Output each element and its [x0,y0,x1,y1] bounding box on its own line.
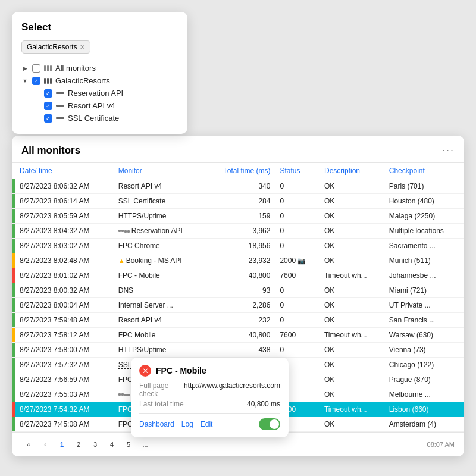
page-5-button[interactable]: 5 [121,437,136,452]
checkbox-all-monitors[interactable] [32,64,40,73]
table-row[interactable]: 8/27/2023 8:00:32 AMDNS930OKMiami (721) [12,283,464,298]
cell-datetime: 8/27/2023 8:06:32 AM [15,179,114,194]
table-row[interactable]: 8/27/2023 8:05:59 AMHTTPS/Uptime1590OKMa… [12,209,464,224]
cell-totaltime: 340 [205,179,275,194]
tree-item-galactic-resorts: ▼ GalacticResorts [21,74,178,87]
cell-monitor[interactable]: Resort API v4 [114,179,205,194]
cell-totaltime: 18,956 [205,239,275,253]
first-page-button[interactable]: « [21,437,36,452]
table-row[interactable]: 8/27/2023 7:59:48 AMResort API v42320OKS… [12,313,464,328]
table-row[interactable]: 8/27/2023 8:06:32 AMResort API v43400OKP… [12,179,464,194]
cell-status: 0 [275,313,320,328]
checkbox-resort-api-v4[interactable] [44,102,52,110]
cell-datetime: 8/27/2023 8:00:32 AM [15,283,114,298]
timestamp: 08:07 AM [427,441,455,448]
cell-description: Timeout wh... [320,268,384,283]
cell-monitor[interactable]: Internal Server ... [114,298,205,313]
more-options-button[interactable]: ··· [442,144,455,156]
cell-status: 0 [275,239,320,253]
cell-description: OK [320,313,384,328]
tree-toggle-galactic-resorts[interactable]: ▼ [21,77,29,84]
tooltip-value-time: 40,800 ms [247,400,280,408]
tree-item-ssl-certificate: SSL Certificate [44,112,178,124]
cell-monitor[interactable]: HTTPS/Uptime [114,343,205,358]
tree-item-resort-api-v4: Resort API v4 [44,99,178,112]
cell-checkpoint: Multiple locations [384,224,464,239]
cell-datetime: 8/27/2023 7:58:12 AM [15,328,114,343]
cell-monitor[interactable]: HTTPS/Uptime [114,209,205,224]
cell-status: 0 [275,209,320,224]
table-row[interactable]: 8/27/2023 7:58:00 AMHTTPS/Uptime4380OKVi… [12,343,464,358]
cell-description: OK [320,209,384,224]
cell-checkpoint: Melbourne ... [384,387,464,402]
cell-totaltime: 438 [205,343,275,358]
label-all-monitors: All monitors [55,64,96,73]
table-row[interactable]: 8/27/2023 8:03:02 AMFPC Chrome18,9560OKS… [12,239,464,253]
monitor-icon-galactic-resorts [44,78,52,84]
tooltip-error-icon: ✕ [139,365,151,377]
col-totaltime: Total time (ms) [205,163,275,179]
cell-monitor[interactable]: FPC Mobile [114,328,205,343]
cell-description: OK [320,358,384,372]
prev-page-button[interactable]: ‹ [38,437,52,452]
dash-icon-ssl-certificate [56,117,64,119]
cell-description: OK [320,283,384,298]
table-row[interactable]: 8/27/2023 8:04:32 AMReservation API3,962… [12,224,464,239]
checkbox-ssl-certificate[interactable] [44,114,52,123]
page-4-button[interactable]: 4 [105,437,119,452]
cell-checkpoint: Warsaw (630) [384,328,464,343]
cell-monitor[interactable]: FPC Chrome [114,239,205,253]
cell-description: OK [320,387,384,402]
cell-status: 7600 [275,328,320,343]
cell-monitor[interactable]: ▲Booking - MS API [114,253,205,268]
tree-item-reservation-api: Reservation API [44,87,178,99]
checkbox-reservation-api[interactable] [44,89,52,98]
log-link[interactable]: Log [181,420,193,428]
table-row[interactable]: 8/27/2023 8:00:04 AMInternal Server ...2… [12,298,464,313]
cell-description: Timeout wh... [320,328,384,343]
cell-status: 0 [275,283,320,298]
cell-totaltime: 93 [205,283,275,298]
tooltip-divider [139,413,280,414]
cell-datetime: 8/27/2023 8:01:02 AM [15,268,114,283]
col-description: Description [320,163,384,179]
edit-link[interactable]: Edit [201,420,213,428]
dashboard-link[interactable]: Dashboard [139,420,174,428]
cell-datetime: 8/27/2023 8:06:14 AM [15,194,114,209]
cell-monitor[interactable]: Resort API v4 [114,313,205,328]
cell-description: OK [320,253,384,268]
table-row[interactable]: 8/27/2023 7:58:12 AMFPC Mobile40,8007600… [12,328,464,343]
tooltip-value-check: http://www.galacticresorts.com [184,381,280,398]
cell-checkpoint: Munich (511) [384,253,464,268]
monitor-icon-all-monitors [44,65,52,71]
cell-checkpoint: Malaga (2250) [384,209,464,224]
cell-datetime: 8/27/2023 7:56:59 AM [15,372,114,387]
page-controls: « ‹ 1 2 3 4 5 ... [21,437,152,452]
tree-toggle-all-monitors[interactable]: ▶ [21,65,29,72]
page-3-button[interactable]: 3 [88,437,102,452]
table-row[interactable]: 8/27/2023 8:02:48 AM▲Booking - MS API23,… [12,253,464,268]
page-2-button[interactable]: 2 [71,437,86,452]
dash-icon-reservation-api [56,92,64,94]
page-1-button[interactable]: 1 [55,437,69,452]
tag-close-button[interactable]: ✕ [80,43,85,51]
table-row[interactable]: 8/27/2023 8:01:02 AMFPC - Mobile40,80076… [12,268,464,283]
cell-monitor[interactable]: FPC - Mobile [114,268,205,283]
page-ellipsis: ... [138,437,152,452]
galactic-resorts-tag[interactable]: GalacticResorts ✕ [21,40,90,54]
cell-checkpoint: Amsterdam (4) [384,417,464,432]
cell-monitor[interactable]: DNS [114,283,205,298]
cell-status: 7600 [275,268,320,283]
select-panel: Select GalacticResorts ✕ ▶ All monitors … [12,12,187,134]
tooltip-title: FPC - Mobile [156,366,206,375]
cell-datetime: 8/27/2023 8:00:04 AM [15,298,114,313]
cell-datetime: 8/27/2023 8:04:32 AM [15,224,114,239]
table-row[interactable]: 8/27/2023 8:06:14 AMSSL Certificate2840O… [12,194,464,209]
tooltip-links: Dashboard Log Edit [139,420,212,428]
checkbox-galactic-resorts[interactable] [32,77,40,85]
tooltip-label-check: Full page check [139,381,184,398]
cell-status: 0 [275,343,320,358]
toggle-switch[interactable] [259,418,280,430]
cell-monitor[interactable]: Reservation API [114,224,205,239]
cell-monitor[interactable]: SSL Certificate [114,194,205,209]
